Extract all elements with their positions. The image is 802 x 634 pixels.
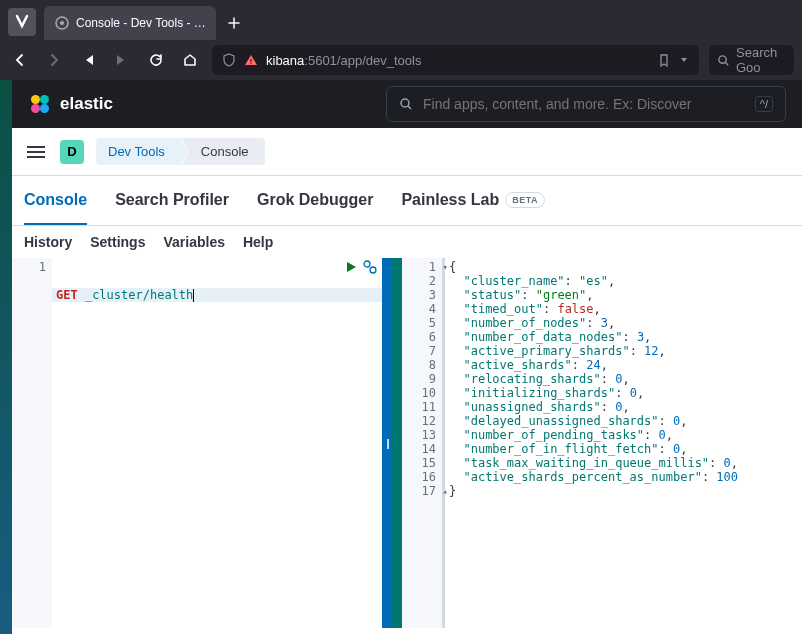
svg-point-6 (31, 104, 40, 113)
tab-console[interactable]: Console (24, 177, 87, 225)
space-selector[interactable]: D (60, 140, 84, 164)
browser-search[interactable]: Search Goo (709, 45, 794, 75)
toolbar-history[interactable]: History (24, 234, 72, 250)
warning-icon (244, 53, 258, 67)
url-text: kibana:5601/app/dev_tools (266, 53, 649, 68)
reload-button[interactable] (144, 48, 168, 72)
svg-point-8 (401, 99, 409, 107)
home-button[interactable] (178, 48, 202, 72)
request-editor[interactable]: GET _cluster/health (52, 258, 382, 628)
bookmark-icon[interactable] (657, 53, 671, 67)
request-options-button[interactable] (362, 260, 378, 274)
svg-point-5 (40, 95, 49, 104)
search-icon (399, 97, 413, 111)
devtools-tabs: ConsoleSearch ProfilerGrok DebuggerPainl… (12, 176, 802, 226)
dropdown-icon[interactable] (679, 55, 689, 65)
beta-badge: BETA (505, 192, 545, 208)
kibana-header: elastic ^/ (12, 80, 802, 128)
nav-toggle-button[interactable] (24, 140, 48, 164)
rewind-button[interactable] (76, 48, 100, 72)
breadcrumb-devtools[interactable]: Dev Tools (96, 138, 181, 165)
browser-tab-bar: Console - Dev Tools - Elasti (0, 0, 802, 40)
toolbar-settings[interactable]: Settings (90, 234, 145, 250)
forward-button[interactable] (42, 48, 66, 72)
response-viewer[interactable]: { "cluster_name": "es", "status": "green… (445, 258, 802, 628)
tab-title: Console - Dev Tools - Elasti (76, 16, 206, 30)
request-panel: 1 GET _cluster/health (12, 258, 382, 628)
fastforward-button[interactable] (110, 48, 134, 72)
svg-point-7 (40, 104, 49, 113)
elastic-logo[interactable]: elastic (28, 92, 113, 116)
elastic-brand-text: elastic (60, 94, 113, 114)
send-request-button[interactable] (344, 260, 358, 274)
shield-icon (222, 53, 236, 67)
editor-area: 1 GET _cluster/health || 123456789101112… (12, 258, 802, 628)
response-panel: 1234567891011121314151617 { "cluster_nam… (402, 258, 802, 628)
breadcrumbs: Dev Tools Console (96, 138, 265, 165)
back-button[interactable] (8, 48, 32, 72)
toolbar-variables[interactable]: Variables (163, 234, 225, 250)
kbd-shortcut: ^/ (755, 96, 773, 112)
vivaldi-logo[interactable] (8, 8, 36, 36)
panel-splitter[interactable]: || (382, 258, 392, 628)
breadcrumb-bar: D Dev Tools Console (12, 128, 802, 176)
search-placeholder: Search Goo (736, 45, 786, 75)
browser-tab[interactable]: Console - Dev Tools - Elasti (44, 6, 216, 40)
svg-point-1 (60, 21, 64, 25)
url-bar[interactable]: kibana:5601/app/dev_tools (212, 45, 699, 75)
console-toolbar: HistorySettingsVariablesHelp (12, 226, 802, 258)
global-search[interactable]: ^/ (386, 86, 786, 122)
toolbar-help[interactable]: Help (243, 234, 273, 250)
request-gutter: 1 (12, 258, 52, 628)
svg-point-3 (719, 55, 726, 62)
svg-point-2 (250, 63, 251, 64)
tab-grok-debugger[interactable]: Grok Debugger (257, 177, 373, 225)
tab-search-profiler[interactable]: Search Profiler (115, 177, 229, 225)
svg-point-4 (31, 95, 40, 104)
search-icon (717, 54, 730, 67)
panel-accent (392, 258, 402, 628)
elastic-logo-icon (28, 92, 52, 116)
new-tab-button[interactable] (220, 9, 248, 37)
browser-nav-bar: kibana:5601/app/dev_tools Search Goo (0, 40, 802, 80)
breadcrumb-console[interactable]: Console (181, 138, 265, 165)
response-gutter: 1234567891011121314151617 (402, 258, 442, 628)
tab-painless-lab[interactable]: Painless LabBETA (401, 177, 545, 225)
tab-favicon (54, 15, 70, 31)
global-search-input[interactable] (423, 96, 745, 112)
